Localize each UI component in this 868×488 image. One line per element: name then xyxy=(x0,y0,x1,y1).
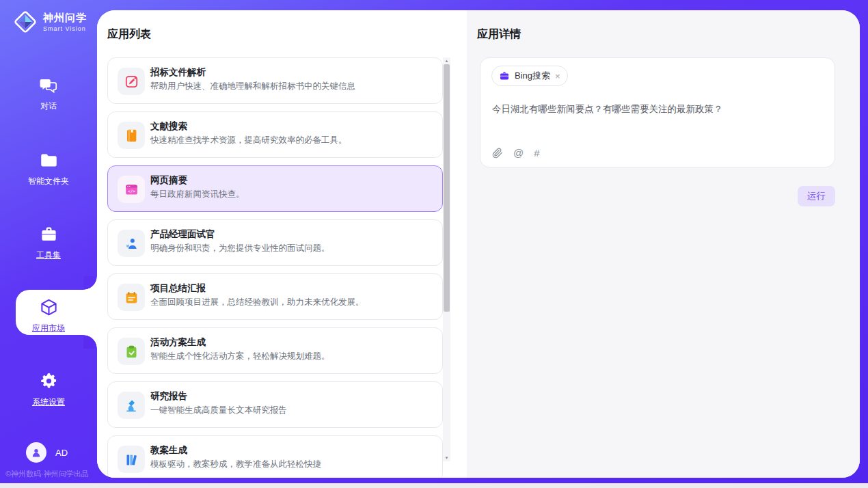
sidebar-item-app-market[interactable]: 应用市场 xyxy=(0,298,97,334)
app-card-desc: 每日政府新闻资讯快查。 xyxy=(150,189,245,200)
book-icon xyxy=(118,122,145,149)
clipboard-check-icon xyxy=(118,338,145,365)
scrollbar-thumb[interactable] xyxy=(444,64,450,312)
folder-icon xyxy=(40,151,58,170)
sidebar-item-toolset[interactable]: 工具集 xyxy=(0,225,97,261)
app-card-desc: 一键智能生成高质量长文本研究报告 xyxy=(150,405,287,416)
run-button[interactable]: 运行 xyxy=(798,186,835,206)
scroll-up-icon[interactable]: ▲ xyxy=(443,57,450,64)
list-scrollbar[interactable]: ▲ ▼ xyxy=(443,57,450,461)
tool-tag-bing-search[interactable]: Bing搜索 × xyxy=(491,66,568,86)
sidebar-item-smart-folders[interactable]: 智能文件夹 xyxy=(0,151,97,187)
app-card-title: 文献搜索 xyxy=(150,120,187,133)
app-card-desc: 快速精准查找学术资源，提高研究效率的必备工具。 xyxy=(150,135,347,146)
app-card-web-summary[interactable]: </> 网页摘要 每日政府新闻资讯快查。 xyxy=(107,165,443,212)
sidebar-item-chat[interactable]: 对话 xyxy=(0,76,97,112)
sidebar: 神州问学 Smart Vision 对话 xyxy=(0,0,97,483)
app-card-title: 项目总结汇报 xyxy=(150,282,206,295)
gear-icon xyxy=(40,372,58,390)
app-card-pm-interviewer[interactable]: 产品经理面试官 明确身份和职责，为您提供专业性的面试问题。 xyxy=(107,219,443,266)
app-card-title: 教案生成 xyxy=(150,444,187,457)
doc-edit-icon xyxy=(118,68,145,95)
person-icon xyxy=(30,446,42,459)
avatar xyxy=(26,442,46,463)
main-content: 应用列表 招标文件解析 帮助用户快速、准确地理解和解析招标书中的关键信息 xyxy=(97,10,860,478)
chat-icon xyxy=(40,76,58,94)
sidebar-item-label: 对话 xyxy=(0,100,97,112)
app-card-bid-analysis[interactable]: 招标文件解析 帮助用户快速、准确地理解和解析招标书中的关键信息 xyxy=(107,57,443,104)
brand-text: 神州问学 Smart Vision xyxy=(43,12,87,32)
app-card-title: 活动方案生成 xyxy=(150,336,206,349)
app-card-desc: 全面回顾项目进展，总结经验教训，助力未来优化发展。 xyxy=(150,297,364,308)
user-account[interactable]: AD xyxy=(26,442,68,463)
app-list-panel: 应用列表 招标文件解析 帮助用户快速、准确地理解和解析招标书中的关键信息 xyxy=(97,10,467,478)
calendar-icon xyxy=(118,284,145,311)
input-toolbar: @ # xyxy=(492,147,540,159)
app-card-title: 研究报告 xyxy=(150,390,187,403)
app-detail-panel: 应用详情 Bing搜索 × 今日湖北有哪些新闻要点？ xyxy=(467,10,860,478)
cube-icon xyxy=(40,298,58,316)
app-card-research-report[interactable]: 研究报告 一键智能生成高质量长文本研究报告 xyxy=(107,381,443,428)
app-card-desc: 模板驱动，教案秒成，教学准备从此轻松快捷 xyxy=(150,459,321,470)
user-name: AD xyxy=(55,448,68,458)
close-icon[interactable]: × xyxy=(555,71,560,81)
app-detail-title: 应用详情 xyxy=(477,27,521,42)
microscope-icon xyxy=(118,392,145,419)
diamond-gem-icon xyxy=(12,9,38,35)
app-card-title: 招标文件解析 xyxy=(150,66,206,79)
brand-subtitle: Smart Vision xyxy=(43,25,87,32)
sidebar-item-label: 工具集 xyxy=(0,249,97,261)
app-card-title: 产品经理面试官 xyxy=(150,228,215,241)
sidebar-item-label: 应用市场 xyxy=(0,323,97,334)
app-card-desc: 帮助用户快速、准确地理解和解析招标书中的关键信息 xyxy=(150,81,355,92)
prompt-input[interactable]: Bing搜索 × 今日湖北有哪些新闻要点？有哪些需要关注的最新政策？ @ # xyxy=(480,57,835,167)
paperclip-icon[interactable] xyxy=(492,148,503,159)
app-card-lesson-plan[interactable]: 教案生成 模板驱动，教案秒成，教学准备从此轻松快捷 xyxy=(107,435,443,478)
scroll-down-icon[interactable]: ▼ xyxy=(443,455,450,461)
sidebar-item-label: 智能文件夹 xyxy=(0,176,97,187)
app-card-list: 招标文件解析 帮助用户快速、准确地理解和解析招标书中的关键信息 文献搜索 xyxy=(107,57,443,478)
app-card-literature-search[interactable]: 文献搜索 快速精准查找学术资源，提高研究效率的必备工具。 xyxy=(107,111,443,158)
tag-label: Bing搜索 xyxy=(515,70,550,82)
browser-code-icon: </> xyxy=(118,176,145,203)
toolbox-icon xyxy=(40,225,58,243)
app-card-title: 网页摘要 xyxy=(150,174,187,187)
briefcase-icon xyxy=(499,70,510,81)
app-card-desc: 智能生成个性化活动方案，轻松解决规划难题。 xyxy=(150,351,330,362)
books-icon xyxy=(118,446,145,473)
brand-name: 神州问学 xyxy=(43,12,87,23)
app-card-event-plan[interactable]: 活动方案生成 智能生成个性化活动方案，轻松解决规划难题。 xyxy=(107,327,443,374)
sidebar-item-label: 系统设置 xyxy=(0,396,97,408)
hash-icon[interactable]: # xyxy=(534,147,539,159)
at-sign-icon[interactable]: @ xyxy=(513,147,524,159)
prompt-question-text: 今日湖北有哪些新闻要点？有哪些需要关注的最新政策？ xyxy=(492,103,820,116)
app-list-title: 应用列表 xyxy=(107,27,151,42)
app-card-project-summary[interactable]: 项目总结汇报 全面回顾项目进展，总结经验教训，助力未来优化发展。 xyxy=(107,273,443,320)
interviewer-icon xyxy=(118,230,145,257)
screen: 神州问学 Smart Vision 对话 xyxy=(0,0,868,488)
copyright-text: ©神州数码·神州问学出品 xyxy=(5,469,89,479)
brand-logo: 神州问学 Smart Vision xyxy=(12,9,87,35)
app-window: 神州问学 Smart Vision 对话 xyxy=(0,0,868,483)
svg-text:</>: </> xyxy=(127,188,135,193)
sidebar-item-settings[interactable]: 系统设置 xyxy=(0,372,97,408)
app-card-desc: 明确身份和职责，为您提供专业性的面试问题。 xyxy=(150,243,330,254)
